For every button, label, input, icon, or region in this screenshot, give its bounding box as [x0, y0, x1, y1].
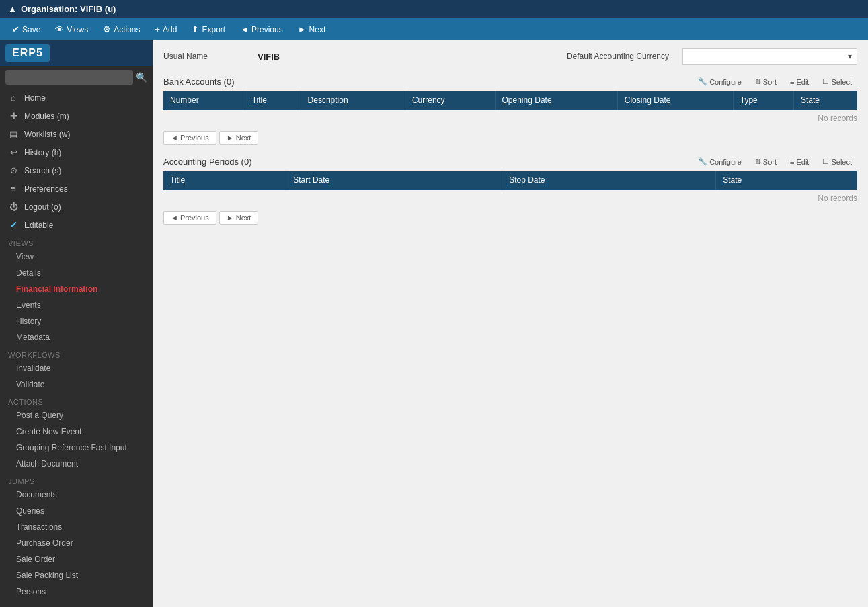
next-button[interactable]: ► Next	[291, 21, 333, 38]
actions-section-label: ACTIONS	[0, 393, 153, 407]
export-button[interactable]: ⬆ Export	[185, 21, 232, 38]
accounting-periods-no-records: No records	[163, 190, 857, 207]
sidebar-link-history[interactable]: History	[0, 313, 153, 329]
accounting-periods-header-row: Title Start Date Stop Date State	[163, 171, 857, 190]
accounting-periods-header: Accounting Periods (0) 🔧 Configure ⇅ Sor…	[163, 155, 857, 168]
field-row-usual-name: Usual Name VIFIB Default Accounting Curr…	[163, 48, 857, 65]
col-type[interactable]: Type	[733, 91, 793, 110]
main-layout: ERP5 🔍 ⌂ Home ✚ Modules (m) ▤ Worklists …	[0, 40, 868, 607]
sidebar-item-history-label: History (h)	[24, 148, 61, 157]
previous-button[interactable]: ◄ Previous	[233, 21, 290, 38]
sidebar-item-worklists-label: Worklists (w)	[24, 130, 70, 139]
configure-icon: 🔧	[698, 77, 707, 86]
sidebar: ERP5 🔍 ⌂ Home ✚ Modules (m) ▤ Worklists …	[0, 40, 153, 607]
usual-name-label: Usual Name	[163, 52, 244, 61]
ap-select-icon: ☐	[822, 157, 829, 166]
sort-icon: ⇅	[755, 77, 761, 86]
accounting-periods-pagination: ◄ Previous ► Next	[163, 211, 857, 225]
default-accounting-currency-select[interactable]	[682, 48, 857, 65]
accounting-periods-table: Title Start Date Stop Date State	[163, 171, 857, 190]
col-description[interactable]: Description	[301, 91, 405, 110]
views-section-label: VIEWS	[0, 234, 153, 249]
sidebar-link-purchase-order[interactable]: Purchase Order	[0, 535, 153, 551]
sidebar-item-modules[interactable]: ✚ Modules (m)	[0, 107, 153, 125]
sidebar-link-documents[interactable]: Documents	[0, 487, 153, 503]
search-bar: 🔍	[0, 66, 153, 89]
sidebar-item-history[interactable]: ↩ History (h)	[0, 143, 153, 161]
content-area: Usual Name VIFIB Default Accounting Curr…	[153, 40, 868, 607]
jumps-section-label: JUMPS	[0, 472, 153, 487]
accounting-periods-select-button[interactable]: ☐ Select	[817, 155, 857, 168]
sidebar-link-create-new-event[interactable]: Create New Event	[0, 423, 153, 440]
sidebar-link-queries[interactable]: Queries	[0, 503, 153, 519]
sidebar-item-worklists[interactable]: ▤ Worklists (w)	[0, 125, 153, 143]
bank-accounts-edit-button[interactable]: ≡ Edit	[785, 76, 814, 88]
sidebar-link-details[interactable]: Details	[0, 265, 153, 281]
usual-name-value: VIFIB	[258, 52, 280, 62]
sidebar-item-search-label: Search (s)	[24, 166, 61, 175]
worklists-icon: ▤	[8, 129, 19, 139]
accounting-periods-edit-button[interactable]: ≡ Edit	[785, 156, 814, 168]
sidebar-item-logout[interactable]: ⏻ Logout (o)	[0, 198, 153, 216]
sidebar-header: ERP5	[0, 40, 153, 66]
col-state[interactable]: State	[793, 91, 857, 110]
bank-accounts-no-records: No records	[163, 110, 857, 127]
ap-col-state[interactable]: State	[716, 171, 857, 190]
editable-icon: ✔	[8, 220, 19, 230]
sidebar-link-financial-information[interactable]: Financial Information	[0, 281, 153, 297]
sidebar-link-post-query[interactable]: Post a Query	[0, 407, 153, 423]
history-icon: ↩	[8, 147, 19, 157]
accounting-periods-sort-button[interactable]: ⇅ Sort	[750, 155, 782, 168]
search-input[interactable]	[5, 70, 133, 85]
sidebar-link-transactions[interactable]: Transactions	[0, 519, 153, 535]
accounting-periods-configure-button[interactable]: 🔧 Configure	[693, 155, 747, 168]
ap-col-title[interactable]: Title	[163, 171, 286, 190]
bank-accounts-actions: 🔧 Configure ⇅ Sort ≡ Edit ☐ Select	[693, 75, 857, 88]
ap-col-start-date[interactable]: Start Date	[286, 171, 502, 190]
save-button[interactable]: ✔ Save	[5, 21, 47, 38]
sidebar-link-persons[interactable]: Persons	[0, 583, 153, 600]
search-nav-icon: ⊙	[8, 165, 19, 175]
views-button[interactable]: 👁 Views	[48, 21, 95, 38]
sidebar-link-attach-document[interactable]: Attach Document	[0, 456, 153, 472]
search-icon-button[interactable]: 🔍	[136, 72, 147, 83]
bank-accounts-select-button[interactable]: ☐ Select	[817, 75, 857, 88]
ap-edit-icon: ≡	[790, 158, 794, 166]
col-title[interactable]: Title	[245, 91, 301, 110]
sidebar-link-view[interactable]: View	[0, 249, 153, 265]
sidebar-link-sale-packing-list[interactable]: Sale Packing List	[0, 567, 153, 583]
bank-accounts-header: Bank Accounts (0) 🔧 Configure ⇅ Sort ≡ E…	[163, 75, 857, 88]
select-icon: ☐	[822, 77, 829, 86]
preferences-icon: ≡	[8, 184, 19, 194]
sidebar-link-metadata[interactable]: Metadata	[0, 329, 153, 346]
sidebar-item-preferences[interactable]: ≡ Preferences	[0, 179, 153, 198]
edit-icon: ≡	[790, 78, 794, 86]
actions-button[interactable]: ⚙ Actions	[96, 21, 147, 38]
bank-accounts-next-button[interactable]: ► Next	[219, 131, 259, 145]
bank-accounts-configure-button[interactable]: 🔧 Configure	[693, 75, 747, 88]
bank-accounts-prev-button[interactable]: ◄ Previous	[163, 131, 216, 145]
ap-sort-icon: ⇅	[755, 157, 761, 166]
col-currency[interactable]: Currency	[405, 91, 495, 110]
workflows-section-label: WORKFLOWS	[0, 346, 153, 360]
sidebar-link-grouping-reference[interactable]: Grouping Reference Fast Input	[0, 440, 153, 456]
sidebar-link-sale-order[interactable]: Sale Order	[0, 551, 153, 567]
col-closing-date[interactable]: Closing Date	[617, 91, 733, 110]
sidebar-link-invalidate[interactable]: Invalidate	[0, 360, 153, 376]
col-opening-date[interactable]: Opening Date	[495, 91, 617, 110]
logout-icon: ⏻	[8, 202, 19, 212]
accounting-periods-prev-button[interactable]: ◄ Previous	[163, 211, 216, 225]
add-button[interactable]: + Add	[149, 21, 184, 38]
bank-accounts-sort-button[interactable]: ⇅ Sort	[750, 75, 782, 88]
ap-col-stop-date[interactable]: Stop Date	[502, 171, 716, 190]
sidebar-item-editable[interactable]: ✔ Editable	[0, 216, 153, 234]
home-icon: ⌂	[8, 93, 19, 103]
accounting-periods-next-button[interactable]: ► Next	[219, 211, 259, 225]
sidebar-link-validate[interactable]: Validate	[0, 376, 153, 393]
sidebar-item-search[interactable]: ⊙ Search (s)	[0, 161, 153, 179]
top-bar-label: Organisation: VIFIB (u)	[21, 4, 116, 14]
sidebar-item-home[interactable]: ⌂ Home	[0, 89, 153, 107]
accounting-periods-actions: 🔧 Configure ⇅ Sort ≡ Edit ☐ Select	[693, 155, 857, 168]
bank-accounts-title: Bank Accounts (0)	[163, 77, 235, 87]
sidebar-link-events[interactable]: Events	[0, 297, 153, 313]
